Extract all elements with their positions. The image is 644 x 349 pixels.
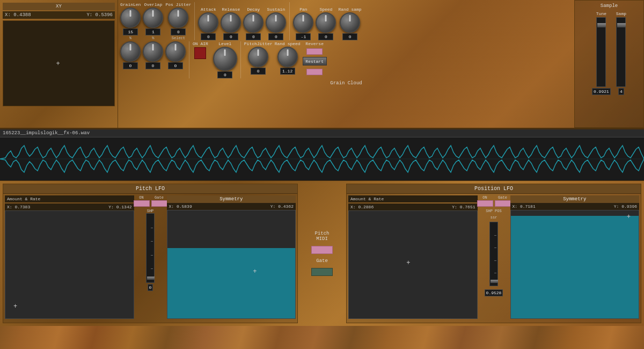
pos-shp-label: SHP POS	[486, 209, 501, 213]
decay-group: Decay 0	[243, 7, 264, 40]
pitch-gate-label: Gate	[155, 195, 164, 200]
pitch-sym-label: Symmetry	[167, 195, 296, 203]
knob2-2-group: 0	[165, 41, 186, 69]
tick1	[151, 228, 153, 228]
sample-header: Sample	[577, 3, 641, 9]
pos-sym-cursor: +	[627, 213, 631, 221]
pitch-on-button[interactable]	[134, 200, 150, 207]
rand-speed-knob[interactable]	[277, 47, 298, 67]
release-group: Release 0	[221, 7, 241, 40]
sustain-knob[interactable]	[266, 12, 286, 33]
rand-samp-label: Rand samp	[338, 7, 361, 12]
pitch-jitter-knob[interactable]	[248, 47, 268, 67]
xy-header: XY	[3, 3, 115, 10]
grainlen-group: GrainLen 15 %	[120, 2, 141, 40]
pitch-midi-button[interactable]	[311, 246, 333, 254]
pan-label: Pan	[299, 7, 307, 12]
reverse-button[interactable]	[306, 48, 323, 55]
rand-samp-knob[interactable]	[340, 12, 360, 33]
restart-button[interactable]: Restart	[303, 57, 327, 66]
samp-value: 4	[618, 88, 624, 95]
pos-sym-x: X: 0.7181	[513, 204, 536, 209]
knob-row-1: GrainLen 15 % Overlap 1 % Pos Jitter 0 S…	[120, 2, 572, 40]
pitch-ar-coords: X: 0.7383 Y: 0.1342	[5, 203, 134, 210]
samp-slider-group: Samp 4	[616, 11, 626, 95]
bottom-panels: Pitch LFO Amount & Rate X: 0.7383 Y: 0.1…	[0, 181, 644, 326]
attack-knob[interactable]	[198, 12, 218, 33]
pos-ar-label: Amount & Rate	[350, 197, 384, 201]
gate-button[interactable]	[311, 268, 333, 276]
xy-coords: X: 0.4388 Y: 0.5396	[3, 11, 115, 19]
pan-value: -1	[296, 33, 311, 40]
rand-samp-group: Rand samp 0	[338, 7, 361, 40]
pos-gate-button[interactable]	[495, 200, 511, 207]
release-value: 0	[223, 33, 238, 40]
grain-cloud-label: Grain Cloud	[120, 81, 572, 86]
waveform-filename: 165223__impulslogik__fx-06.wav	[0, 129, 644, 137]
knob2-1[interactable]	[143, 41, 163, 62]
pos-jitter-label: Pos Jitter	[165, 2, 191, 7]
pos-lfo-controls: ON Gate SHP POS ssr	[479, 195, 509, 319]
knob2-0[interactable]	[120, 41, 141, 62]
pitch-gate-col: Gate	[151, 195, 167, 207]
pos-ar-pad[interactable]: +	[348, 210, 478, 319]
level-knob[interactable]	[213, 47, 237, 71]
speed-knob[interactable]	[316, 12, 336, 33]
on-air-button[interactable]	[194, 47, 206, 59]
pos-on-button[interactable]	[477, 200, 493, 207]
grainlen-knob[interactable]	[120, 8, 141, 28]
position-lfo-panel: Position LFO Amount & Rate X: 0.2886 Y: …	[346, 184, 641, 323]
pitch-gate-button[interactable]	[151, 200, 167, 207]
pan-knob[interactable]	[293, 12, 313, 33]
pos-sym-pad[interactable]: +	[510, 210, 640, 319]
pitch-shp-slider[interactable]	[146, 213, 155, 283]
pos-sym-y: Y: 0.9396	[614, 204, 637, 209]
xy-section: XY X: 0.4388 Y: 0.5396 +	[0, 0, 118, 128]
divider4	[240, 41, 241, 78]
restart-indicator[interactable]	[306, 69, 323, 75]
knob2-2[interactable]	[165, 41, 186, 62]
pos-shp-value: 0.9528	[485, 289, 503, 296]
pitch-lfo-panel: Pitch LFO Amount & Rate X: 0.7383 Y: 0.1…	[3, 184, 298, 323]
xy-pad[interactable]: +	[3, 20, 115, 106]
decay-value: 0	[246, 33, 261, 40]
pitch-ar-pad[interactable]: +	[5, 210, 134, 319]
rand-speed-label: Rand speed	[275, 41, 301, 46]
gate-label: Gate	[316, 258, 328, 264]
pitch-ar-x: X: 0.7383	[7, 205, 30, 209]
decay-knob[interactable]	[243, 12, 264, 33]
pos-jitter-knob[interactable]	[168, 8, 188, 28]
knob-row-2: 0 0 0 ON AIR Level	[120, 41, 572, 78]
pos-tick4	[494, 273, 496, 273]
top-panel: XY X: 0.4388 Y: 0.5396 + GrainLen 15 %	[0, 0, 644, 129]
pitch-shp-value: 0	[148, 284, 153, 291]
tune-label: Tune	[596, 11, 606, 16]
pitch-sym-pad[interactable]: +	[167, 210, 296, 319]
overlap-knob[interactable]	[143, 8, 163, 28]
tune-slider[interactable]	[596, 17, 606, 87]
pitch-jitter-group: PitchJitter 0	[244, 41, 273, 75]
pos-amount-rate: Amount & Rate X: 0.2886 Y: 0.7651 +	[348, 195, 478, 319]
release-knob[interactable]	[221, 12, 241, 33]
overlap-value: 1	[145, 28, 160, 35]
samp-slider[interactable]	[616, 17, 626, 87]
divider3	[189, 41, 189, 78]
pos-ar-header: Amount & Rate	[348, 195, 478, 202]
pitch-sym-y: Y: 0.4362	[270, 204, 294, 209]
pos-ar-y: Y: 0.7651	[452, 205, 475, 209]
pos-ar-x: X: 0.2886	[350, 205, 374, 209]
sample-sliders: Tune 0.9921 Samp 4	[577, 11, 641, 95]
waveform-display[interactable]: // Generate waveform bars	[0, 137, 644, 180]
pitch-on-gate: ON Gate	[134, 195, 167, 207]
pos-shp-slider[interactable]	[489, 222, 498, 286]
decay-label: Decay	[247, 7, 260, 12]
pos-jitter-value: 0	[171, 28, 186, 35]
sustain-value: 0	[268, 33, 283, 40]
pos-jitter-unit: Select	[172, 36, 185, 40]
knob2-1-group: 0	[143, 41, 163, 69]
pitch-on-col: ON	[134, 195, 150, 207]
tune-value: 0.9921	[592, 88, 611, 95]
pitch-jitter-label: PitchJitter	[244, 41, 273, 46]
pos-sym-coords: X: 0.7181 Y: 0.9396	[510, 203, 640, 210]
pitch-lfo-title: Pitch LFO	[3, 184, 297, 194]
